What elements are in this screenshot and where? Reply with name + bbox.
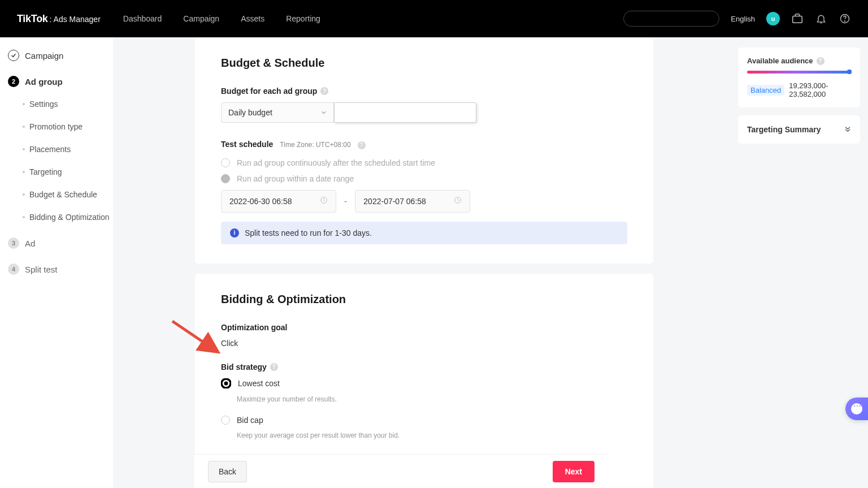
topnav-items: Dashboard Campaign Assets Reporting [123,14,320,23]
svg-point-6 [224,381,228,385]
sidebar-step-label: Campaign [25,51,63,61]
budget-schedule-card: Budget & Schedule Budget for each ad gro… [195,37,653,264]
svg-point-2 [845,21,845,21]
audience-marker [847,70,852,74]
step-number-icon: 2 [8,76,19,87]
chevron-down-icon [321,108,327,117]
avatar[interactable]: u [766,12,780,25]
audience-bar [747,71,851,74]
dot-icon [23,193,25,196]
audience-card: Available audience ? Balanced 19,293,000… [738,47,860,107]
start-date-input[interactable]: 2022-06-30 06:58 [221,190,336,213]
end-date-input[interactable]: 2022-07-07 06:58 [355,190,470,213]
right-panel: Available audience ? Balanced 19,293,000… [738,37,868,488]
footer-bar: Back Next [194,454,608,488]
strategy-label: Bid strategy ? [221,362,627,372]
goal-value: Click [221,339,627,348]
date-range-row: 2022-06-30 06:58 - 2022-07-07 06:58 [221,190,627,213]
clock-icon [320,196,328,206]
sidebar-step-ad[interactable]: 3 Ad [0,235,113,251]
section-title: Budget & Schedule [221,57,627,70]
budget-type-select[interactable]: Daily budget [221,102,334,123]
radio-icon [221,174,230,183]
sidebar-step-splittest[interactable]: 4 Split test [0,261,113,277]
svg-rect-0 [793,16,802,23]
sidebar-step-campaign[interactable]: Campaign [0,47,113,63]
sidebar: Campaign 2 Ad group Settings Promotion t… [0,37,113,488]
step-number-icon: 3 [8,237,19,249]
main-content: Budget & Schedule Budget for each ad gro… [113,37,738,488]
targeting-summary-toggle[interactable]: Targeting Summary [738,115,860,144]
dot-icon [23,148,25,150]
radio-selected-icon [221,378,231,388]
sidebar-step-adgroup[interactable]: 2 Ad group [0,74,113,89]
budget-row: Daily budget [221,102,627,123]
sidebar-sub-targeting[interactable]: Targeting [0,167,113,176]
sidebar-step-label: Ad group [25,77,63,87]
bid-option-bid-cap[interactable]: Bid cap Keep your average cost per resul… [221,416,627,439]
nav-reporting[interactable]: Reporting [286,14,320,23]
sidebar-sub-settings[interactable]: Settings [0,100,113,109]
dot-icon [23,126,25,128]
logo: TikTok : Ads Manager [17,13,101,25]
sidebar-sub-promotion[interactable]: Promotion type [0,122,113,131]
goal-label: Optimization goal [221,323,627,332]
timezone-text: Time Zone: UTC+08:00 [280,141,350,149]
logo-main: TikTok [17,13,48,25]
schedule-header: Test schedule Time Zone: UTC+08:00 ? [221,140,627,149]
help-icon[interactable]: ? [358,141,366,149]
sidebar-sub-placements[interactable]: Placements [0,145,113,154]
dot-icon [23,103,25,105]
clock-icon [454,196,462,206]
audience-line: Balanced 19,293,000-23,582,000 [747,81,851,98]
schedule-label: Test schedule [221,140,273,149]
audience-range: 19,293,000-23,582,000 [789,81,851,98]
sidebar-step-label: Ad [25,239,35,248]
briefcase-icon[interactable] [791,12,804,25]
schedule-option-continuous[interactable]: Run ad group continuously after the sche… [221,158,627,167]
nav-dashboard[interactable]: Dashboard [123,14,162,23]
next-button[interactable]: Next [553,461,594,482]
help-icon[interactable] [839,12,851,25]
nav-assets[interactable]: Assets [241,14,264,23]
info-text: Split tests need to run for 1-30 days. [245,228,372,237]
balanced-badge: Balanced [747,85,784,96]
sidebar-sub-bidding[interactable]: Bidding & Optimization [0,213,113,222]
info-box: i Split tests need to run for 1-30 days. [221,222,627,244]
date-separator: - [344,196,347,206]
back-button[interactable]: Back [208,461,247,482]
sidebar-step-label: Split test [25,265,58,274]
radio-icon [221,158,230,167]
chat-button[interactable] [845,398,868,420]
chat-icon [851,403,862,414]
help-icon[interactable]: ? [320,87,328,95]
budget-label: Budget for each ad group ? [221,87,627,96]
radio-icon [221,416,230,425]
step-number-icon: 4 [8,264,19,275]
dot-icon [23,171,25,173]
schedule-option-range[interactable]: Run ad group within a date range [221,174,627,183]
info-icon: i [230,228,239,237]
nav-campaign[interactable]: Campaign [183,14,219,23]
help-icon[interactable]: ? [270,363,278,371]
double-chevron-down-icon [844,124,851,135]
budget-amount-input[interactable] [334,102,476,123]
bell-icon[interactable] [815,12,827,25]
topnav-right: English u [623,11,851,27]
sidebar-sub-budget[interactable]: Budget & Schedule [0,190,113,199]
language-selector[interactable]: English [731,15,755,23]
section-title: Bidding & Optimization [221,293,627,306]
bid-option-lowest-cost[interactable]: Lowest cost Maximize your number of resu… [221,378,627,403]
top-nav: TikTok : Ads Manager Dashboard Campaign … [0,0,868,37]
dot-icon [23,216,25,218]
check-icon [8,50,19,61]
help-icon[interactable]: ? [817,57,824,65]
audience-label: Available audience ? [747,57,851,65]
account-switcher[interactable] [623,11,719,27]
logo-sub: : Ads Manager [50,15,101,24]
